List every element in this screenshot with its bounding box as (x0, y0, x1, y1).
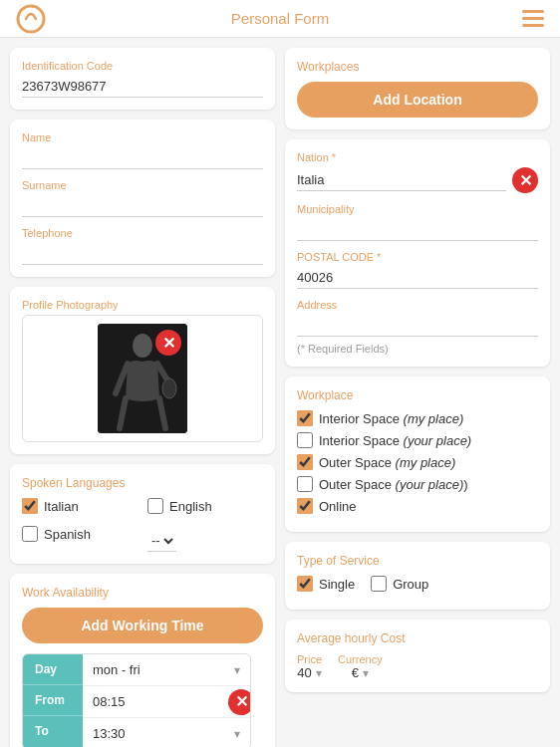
spoken-languages-card: Spoken Languages Italian Spanish Eng (10, 464, 275, 564)
municipality-label: Municipality (297, 203, 538, 215)
price-value-row: 40 ▾ (297, 665, 321, 680)
from-label: From (23, 684, 83, 715)
workplaces-label: Workplaces (297, 60, 538, 74)
menu-button[interactable] (522, 10, 544, 27)
currency-value-row: € ▾ (352, 665, 369, 680)
surname-input[interactable] (22, 195, 263, 217)
to-label: To (23, 715, 83, 746)
language-select[interactable]: -- (147, 530, 176, 552)
remove-schedule-button[interactable]: ✕ (228, 689, 251, 715)
workplace-type-label: Workplace (297, 388, 538, 402)
name-input[interactable] (22, 147, 263, 169)
remove-photo-button[interactable]: ✕ (155, 330, 181, 356)
photo-area: ✕ (22, 315, 263, 442)
profile-photo-card: Profile Photography (10, 287, 275, 454)
profile-photo-label: Profile Photography (22, 299, 263, 311)
spoken-languages-label: Spoken Languages (22, 476, 263, 490)
day-value-row: mon - fri ▾ (83, 654, 250, 686)
single-label: Single (319, 577, 355, 592)
municipality-input[interactable] (297, 219, 538, 241)
interior-your-place-checkbox[interactable] (297, 432, 313, 448)
svg-point-2 (133, 334, 152, 358)
identification-value: 23673W98677 (22, 76, 263, 98)
type-of-service-card: Type of Service Single Group (285, 542, 550, 610)
spanish-row: Spanish (22, 526, 138, 542)
currency-col: Currency € ▾ (338, 653, 383, 680)
page-title: Personal Form (231, 10, 329, 27)
nation-row: ✕ (297, 167, 538, 193)
to-value-row: 13:30 ▾ (83, 718, 250, 747)
clear-nation-button[interactable]: ✕ (512, 167, 538, 193)
day-label: Day (23, 654, 83, 684)
italian-row: Italian (22, 498, 138, 514)
surname-label: Surname (22, 179, 263, 191)
personal-info-card: Name Surname Telephone (10, 120, 275, 277)
photo-container: ✕ (98, 324, 187, 433)
price-col: Price 40 ▾ (297, 653, 322, 680)
location-card: Nation * ✕ Municipality POSTAL CODE * Ad… (285, 139, 550, 367)
schedule-label-col: Day From To (23, 654, 83, 747)
price-chevron-icon: ▾ (316, 666, 322, 680)
language-col-left: Italian Spanish (22, 498, 138, 552)
svg-point-3 (162, 378, 176, 398)
schedule-value-col: mon - fri ▾ 08:15 ▾ 13:30 ▾ (83, 654, 250, 747)
app-header: Personal Form (0, 0, 560, 38)
average-cost-label: Average hourly Cost (297, 631, 538, 645)
single-checkbox[interactable] (297, 576, 313, 592)
address-group: Address (297, 299, 538, 337)
spanish-checkbox[interactable] (22, 526, 38, 542)
spanish-label: Spanish (44, 527, 91, 542)
english-row: English (147, 498, 263, 514)
currency-label: Currency (338, 653, 383, 665)
identification-card: Identification Code 23673W98677 (10, 48, 275, 110)
service-type-row: Single Group (297, 576, 538, 598)
price-label: Price (297, 653, 322, 665)
nation-input[interactable] (297, 169, 506, 191)
surname-group: Surname (22, 179, 263, 217)
required-note: (* Required Fields) (297, 343, 538, 355)
schedule-block: Day From To mon - fri ▾ 08:15 ▾ 13:30 (22, 653, 251, 747)
online-row: Online (297, 498, 538, 514)
name-group: Name (22, 131, 263, 169)
identification-label: Identification Code (22, 60, 263, 72)
italian-label: Italian (44, 499, 79, 514)
postal-code-input[interactable] (297, 267, 538, 289)
to-value: 13:30 (93, 726, 126, 741)
interior-my-place-label: Interior Space (my place) (319, 411, 463, 426)
italian-checkbox[interactable] (22, 498, 38, 514)
to-chevron-icon: ▾ (234, 727, 240, 741)
online-label: Online (319, 499, 357, 514)
add-working-time-button[interactable]: Add Working Time (22, 608, 263, 643)
name-label: Name (22, 131, 263, 143)
currency-value: € (352, 665, 359, 680)
day-chevron-icon: ▾ (234, 663, 240, 677)
english-checkbox[interactable] (147, 498, 163, 514)
work-availability-label: Work Availability (22, 586, 263, 600)
postal-code-label: POSTAL CODE * (297, 251, 538, 263)
interior-my-place-row: Interior Space (my place) (297, 410, 538, 426)
online-checkbox[interactable] (297, 498, 313, 514)
address-label: Address (297, 299, 538, 311)
price-value: 40 (297, 665, 311, 680)
add-location-button[interactable]: Add Location (297, 82, 538, 118)
address-input[interactable] (297, 315, 538, 337)
nation-label: Nation * (297, 151, 538, 163)
telephone-input[interactable] (22, 243, 263, 265)
day-value: mon - fri (93, 662, 140, 677)
group-label: Group (393, 577, 428, 592)
postal-code-group: POSTAL CODE * (297, 251, 538, 289)
outer-my-place-checkbox[interactable] (297, 454, 313, 470)
interior-my-place-checkbox[interactable] (297, 410, 313, 426)
from-value-row: 08:15 ▾ (83, 686, 250, 718)
interior-your-place-label: Interior Space (your place) (319, 433, 471, 448)
municipality-group: Municipality (297, 203, 538, 241)
interior-your-place-row: Interior Space (your place) (297, 432, 538, 448)
main-content: Identification Code 23673W98677 Name Sur… (0, 38, 560, 747)
language-grid: Italian Spanish English -- (22, 498, 263, 552)
outer-your-place-checkbox[interactable] (297, 476, 313, 492)
group-row: Group (371, 576, 428, 592)
nation-group: Nation * ✕ (297, 151, 538, 193)
type-of-service-label: Type of Service (297, 554, 538, 568)
group-checkbox[interactable] (371, 576, 387, 592)
outer-my-place-row: Outer Space (my place) (297, 454, 538, 470)
